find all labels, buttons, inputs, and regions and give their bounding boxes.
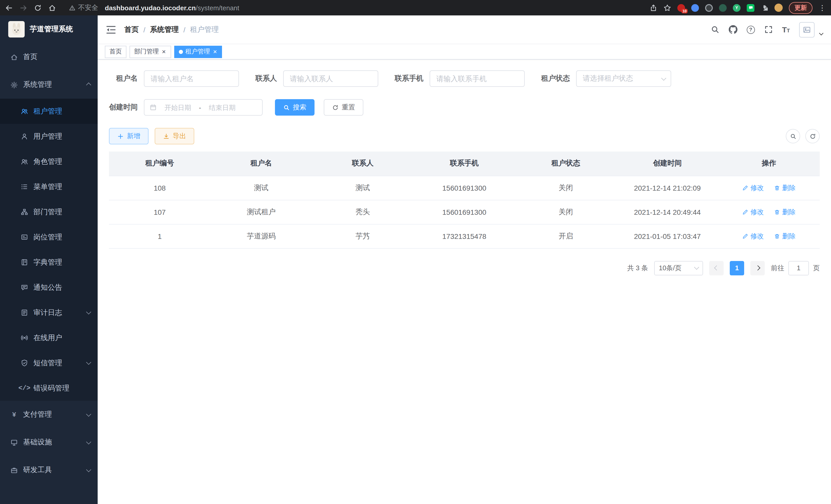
screen: 不安全 dashboard.yudao.iocoder.cn/system/te… bbox=[0, 0, 831, 504]
star-icon[interactable] bbox=[663, 4, 671, 11]
help-icon[interactable]: ? bbox=[746, 25, 755, 34]
reload-icon[interactable] bbox=[34, 4, 41, 11]
edit-link[interactable]: 修改 bbox=[742, 183, 764, 192]
shield-icon bbox=[21, 359, 28, 367]
add-button[interactable]: 新增 bbox=[109, 128, 148, 144]
cell-id: 1 bbox=[109, 224, 210, 248]
breadcrumb-system[interactable]: 系统管理 bbox=[150, 25, 179, 34]
sidebar-item-sms[interactable]: 短信管理 bbox=[0, 350, 98, 376]
tenant-name-input[interactable] bbox=[144, 70, 239, 87]
extension-chat-icon[interactable] bbox=[747, 4, 754, 11]
col-header: 创建时间 bbox=[617, 152, 718, 176]
fullscreen-icon[interactable] bbox=[764, 25, 773, 34]
next-page-button[interactable] bbox=[750, 261, 765, 275]
sidebar-item-notice[interactable]: 通知公告 bbox=[0, 275, 98, 300]
extension-darkgreen-icon[interactable] bbox=[719, 4, 727, 11]
address-bar[interactable]: dashboard.yudao.iocoder.cn/system/tenant bbox=[105, 4, 239, 11]
caret-down-icon[interactable] bbox=[819, 31, 824, 35]
sidebar-item-errorcode[interactable]: </> 错误码管理 bbox=[0, 376, 98, 401]
home-icon bbox=[10, 53, 18, 61]
reset-button[interactable]: 重置 bbox=[324, 99, 363, 116]
org-tree-icon bbox=[21, 208, 28, 216]
extension-blue-icon[interactable] bbox=[691, 4, 699, 11]
extension-green-icon[interactable]: Y bbox=[733, 4, 741, 11]
refresh-icon[interactable] bbox=[805, 129, 820, 143]
sidebar-item-online[interactable]: 在线用户 bbox=[0, 325, 98, 350]
phone-input[interactable] bbox=[430, 70, 525, 87]
sidebar: 芋道管理系统 首页 系统管理 租户管理 用户管 bbox=[0, 16, 98, 504]
sidebar-item-system[interactable]: 系统管理 bbox=[0, 71, 98, 99]
delete-link[interactable]: 删除 bbox=[774, 232, 796, 241]
warning-icon bbox=[69, 4, 76, 11]
edit-link[interactable]: 修改 bbox=[742, 232, 764, 241]
col-header: 租户编号 bbox=[109, 152, 210, 176]
goto-page-input[interactable] bbox=[789, 261, 809, 275]
sidebar-menu: 首页 系统管理 租户管理 用户管理 角色管理 bbox=[0, 43, 98, 484]
tab-home[interactable]: 首页 bbox=[105, 46, 126, 58]
close-icon[interactable]: × bbox=[161, 48, 166, 55]
start-date-input[interactable] bbox=[159, 103, 197, 111]
dictionary-icon bbox=[21, 259, 28, 266]
sidebar-item-audit[interactable]: 审计日志 bbox=[0, 300, 98, 325]
sidebar-item-role[interactable]: 角色管理 bbox=[0, 149, 98, 174]
end-date-input[interactable] bbox=[203, 103, 241, 111]
kebab-menu-icon[interactable]: ⋮ bbox=[819, 4, 826, 12]
select-placeholder: 请选择租户状态 bbox=[583, 74, 633, 83]
breadcrumb-home[interactable]: 首页 bbox=[124, 25, 139, 34]
calendar-icon bbox=[149, 104, 157, 111]
page-number-button[interactable]: 1 bbox=[730, 261, 744, 275]
sidebar-item-devtools[interactable]: 研发工具 bbox=[0, 456, 98, 484]
browser-home-icon[interactable] bbox=[48, 4, 56, 11]
filter-row-2: 创建时间 - 搜索 重置 bbox=[109, 99, 820, 116]
tab-dept[interactable]: 部门管理 × bbox=[130, 46, 171, 58]
tab-label: 首页 bbox=[110, 47, 122, 56]
toolbar-right bbox=[786, 129, 820, 143]
sidebar-item-infra[interactable]: 基础设施 bbox=[0, 428, 98, 456]
security-chip[interactable]: 不安全 bbox=[69, 3, 98, 12]
sidebar-item-dept[interactable]: 部门管理 bbox=[0, 199, 98, 225]
app-logo[interactable]: 芋道管理系统 bbox=[0, 16, 98, 43]
edit-link[interactable]: 修改 bbox=[742, 207, 764, 216]
sidebar-item-dict[interactable]: 字典管理 bbox=[0, 250, 98, 275]
chevron-down-icon bbox=[86, 467, 91, 472]
search-icon[interactable] bbox=[711, 25, 719, 34]
forward-icon[interactable] bbox=[20, 4, 27, 11]
sidebar-item-post[interactable]: 岗位管理 bbox=[0, 225, 98, 250]
sidebar-item-tenant[interactable]: 租户管理 bbox=[0, 99, 98, 124]
update-button[interactable]: 更新 bbox=[789, 2, 812, 13]
cell-status: 关闭 bbox=[515, 176, 617, 200]
sidebar-item-user[interactable]: 用户管理 bbox=[0, 124, 98, 149]
github-icon[interactable] bbox=[728, 25, 737, 34]
delete-link[interactable]: 删除 bbox=[774, 183, 796, 192]
back-icon[interactable] bbox=[5, 4, 13, 11]
cell-name: 芋道源码 bbox=[210, 224, 312, 248]
puzzle-icon[interactable] bbox=[761, 4, 768, 11]
search-button[interactable]: 搜索 bbox=[275, 99, 315, 116]
contact-input[interactable] bbox=[283, 70, 378, 87]
export-button[interactable]: 导出 bbox=[155, 128, 194, 144]
chevron-right-icon bbox=[755, 265, 760, 270]
profile-avatar[interactable] bbox=[774, 4, 783, 12]
sidebar-item-pay[interactable]: ¥ 支付管理 bbox=[0, 401, 98, 428]
font-size-icon[interactable]: TT bbox=[782, 26, 790, 33]
search-toggle-icon[interactable] bbox=[786, 129, 800, 143]
browser-actions: 10 Y 更新 ⋮ bbox=[650, 2, 826, 13]
page-size-select[interactable]: 10条/页 bbox=[654, 261, 703, 275]
browser-chrome: 不安全 dashboard.yudao.iocoder.cn/system/te… bbox=[0, 0, 831, 16]
tab-tenant[interactable]: 租户管理 × bbox=[174, 46, 222, 58]
col-header: 联系手机 bbox=[413, 152, 515, 176]
prev-page-button[interactable] bbox=[709, 261, 724, 275]
extension-dark-icon[interactable] bbox=[705, 4, 713, 11]
avatar[interactable] bbox=[799, 22, 814, 37]
cell-contact: 芋艿 bbox=[312, 224, 413, 248]
share-icon[interactable] bbox=[650, 4, 657, 11]
extension-badge-icon[interactable]: 10 bbox=[677, 4, 685, 11]
sidebar-toggle[interactable] bbox=[106, 25, 116, 34]
close-icon[interactable]: × bbox=[212, 48, 218, 55]
delete-link[interactable]: 删除 bbox=[774, 207, 796, 216]
sidebar-item-menu[interactable]: 菜单管理 bbox=[0, 174, 98, 199]
sidebar-item-home[interactable]: 首页 bbox=[0, 43, 98, 71]
date-range-picker[interactable]: - bbox=[144, 99, 263, 116]
status-select[interactable]: 请选择租户状态 bbox=[576, 70, 671, 87]
gear-icon bbox=[10, 81, 18, 89]
